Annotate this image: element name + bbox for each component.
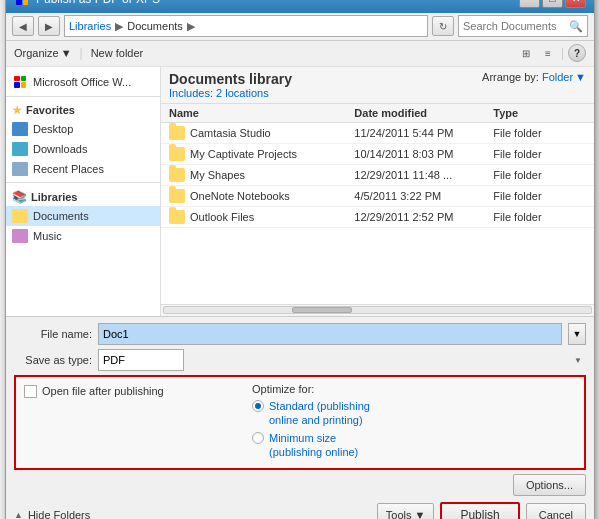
minimize-button[interactable]: ─ bbox=[519, 0, 540, 8]
sidebar-documents-label: Documents bbox=[33, 210, 89, 222]
arrange-arrow-icon: ▼ bbox=[575, 71, 586, 83]
optimize-label: Optimize for: bbox=[252, 383, 576, 395]
file-name-row: File name: ▼ bbox=[14, 323, 586, 345]
breadcrumb-bar[interactable]: Libraries ▶ Documents ▶ bbox=[64, 15, 428, 37]
file-type-3: File folder bbox=[493, 190, 586, 202]
file-name-1: My Captivate Projects bbox=[169, 147, 354, 161]
file-row-4[interactable]: Outlook Files 12/29/2011 2:52 PM File fo… bbox=[161, 207, 594, 228]
footer-row: ▲ Hide Folders Tools ▼ Publish Cancel bbox=[14, 498, 586, 519]
sidebar-music-label: Music bbox=[33, 230, 62, 242]
tools-button[interactable]: Tools ▼ bbox=[377, 503, 435, 519]
sidebar-item-recent-places[interactable]: Recent Places bbox=[6, 159, 160, 179]
open-file-checkbox[interactable] bbox=[24, 385, 37, 398]
sidebar-desktop-label: Desktop bbox=[33, 123, 73, 135]
sidebar: Microsoft Office W... ★ Favorites Deskto… bbox=[6, 67, 161, 316]
search-icon: 🔍 bbox=[569, 20, 583, 33]
sidebar-item-music[interactable]: Music bbox=[6, 226, 160, 246]
file-pane-header: Documents library Includes: 2 locations … bbox=[161, 67, 594, 104]
file-table-header: Name Date modified Type bbox=[161, 104, 594, 123]
sidebar-recent-label: Recent Places bbox=[33, 163, 104, 175]
sidebar-favorites-header[interactable]: ★ Favorites bbox=[6, 100, 160, 119]
file-name-3: OneNote Notebooks bbox=[169, 189, 354, 203]
file-name-input[interactable] bbox=[98, 323, 562, 345]
scrollbar-thumb bbox=[292, 307, 352, 313]
search-input[interactable] bbox=[463, 20, 569, 32]
file-row-2[interactable]: My Shapes 12/29/2011 11:48 ... File fold… bbox=[161, 165, 594, 186]
footer-buttons: Tools ▼ Publish Cancel bbox=[377, 502, 586, 519]
publish-button[interactable]: Publish bbox=[440, 502, 519, 519]
sidebar-downloads-label: Downloads bbox=[33, 143, 87, 155]
file-row-0[interactable]: Camtasia Studio 11/24/2011 5:44 PM File … bbox=[161, 123, 594, 144]
file-name-dropdown-button[interactable]: ▼ bbox=[568, 323, 586, 345]
save-type-label: Save as type: bbox=[14, 354, 92, 366]
optimize-section: Optimize for: Standard (publishing onlin… bbox=[252, 383, 576, 462]
file-name-text-3: OneNote Notebooks bbox=[190, 190, 290, 202]
breadcrumb-item-documents[interactable]: Documents bbox=[127, 20, 183, 32]
title-text: Publish as PDF or XPS bbox=[36, 0, 160, 6]
back-button[interactable]: ◀ bbox=[12, 16, 34, 36]
organize-button[interactable]: Organize ▼ bbox=[14, 47, 72, 59]
new-folder-button[interactable]: New folder bbox=[91, 47, 144, 59]
main-content: Microsoft Office W... ★ Favorites Deskto… bbox=[6, 67, 594, 317]
file-row-3[interactable]: OneNote Notebooks 4/5/2011 3:22 PM File … bbox=[161, 186, 594, 207]
cancel-button[interactable]: Cancel bbox=[526, 503, 586, 519]
ms-office-icon bbox=[12, 74, 28, 90]
nav-toolbar: ◀ ▶ Libraries ▶ Documents ▶ ↻ 🔍 bbox=[6, 13, 594, 41]
tools-label: Tools bbox=[386, 509, 412, 519]
organize-arrow-icon: ▼ bbox=[61, 47, 72, 59]
view-list-button[interactable]: ≡ bbox=[539, 44, 557, 62]
arrange-label: Arrange by: bbox=[482, 71, 539, 83]
breadcrumb-separator: ▶ bbox=[115, 20, 123, 33]
folder-icon-3 bbox=[169, 189, 185, 203]
hide-folders-label: Hide Folders bbox=[28, 509, 90, 519]
col-name-header[interactable]: Name bbox=[169, 107, 354, 119]
search-box[interactable]: 🔍 bbox=[458, 15, 588, 37]
file-date-0: 11/24/2011 5:44 PM bbox=[354, 127, 493, 139]
hide-folders-button[interactable]: ▲ Hide Folders bbox=[14, 509, 90, 519]
maximize-button[interactable]: □ bbox=[542, 0, 563, 8]
sidebar-item-ms-office[interactable]: Microsoft Office W... bbox=[6, 71, 160, 93]
library-title: Documents library bbox=[169, 71, 292, 87]
radio-option-minimum[interactable]: Minimum size (publishing online) bbox=[252, 431, 576, 460]
save-type-select-wrapper: PDF XPS Document bbox=[98, 349, 586, 371]
arrange-value-button[interactable]: Folder ▼ bbox=[542, 71, 586, 83]
radio-standard[interactable] bbox=[252, 400, 264, 412]
sidebar-item-downloads[interactable]: Downloads bbox=[6, 139, 160, 159]
includes-text: Includes: bbox=[169, 87, 213, 99]
horizontal-scrollbar[interactable] bbox=[161, 304, 594, 316]
scrollbar-track bbox=[163, 306, 592, 314]
app-icon bbox=[14, 0, 30, 7]
file-date-1: 10/14/2011 8:03 PM bbox=[354, 148, 493, 160]
col-date-header[interactable]: Date modified bbox=[354, 107, 493, 119]
arrange-by: Arrange by: Folder ▼ bbox=[482, 71, 586, 83]
file-row-1[interactable]: My Captivate Projects 10/14/2011 8:03 PM… bbox=[161, 144, 594, 165]
sidebar-item-desktop[interactable]: Desktop bbox=[6, 119, 160, 139]
sidebar-item-documents[interactable]: Documents bbox=[6, 206, 160, 226]
radio-minimum[interactable] bbox=[252, 432, 264, 444]
radio-option-standard[interactable]: Standard (publishing online and printing… bbox=[252, 399, 576, 428]
favorites-label: Favorites bbox=[26, 104, 75, 116]
save-type-select[interactable]: PDF XPS Document bbox=[98, 349, 184, 371]
open-file-row: Open file after publishing bbox=[24, 383, 240, 398]
folder-icon-0 bbox=[169, 126, 185, 140]
refresh-button[interactable]: ↻ bbox=[432, 16, 454, 36]
forward-button[interactable]: ▶ bbox=[38, 16, 60, 36]
title-bar-left: Publish as PDF or XPS bbox=[14, 0, 160, 7]
radio-standard-label: Standard (publishing online and printing… bbox=[269, 399, 370, 428]
file-name-label: File name: bbox=[14, 328, 92, 340]
sidebar-libraries-header[interactable]: 📚 Libraries bbox=[6, 186, 160, 206]
file-date-4: 12/29/2011 2:52 PM bbox=[354, 211, 493, 223]
col-type-header[interactable]: Type bbox=[493, 107, 586, 119]
downloads-icon bbox=[12, 142, 28, 156]
libraries-icon: 📚 bbox=[12, 190, 27, 204]
breadcrumb-separator2: ▶ bbox=[187, 20, 195, 33]
file-table: Camtasia Studio 11/24/2011 5:44 PM File … bbox=[161, 123, 594, 304]
folder-icon-2 bbox=[169, 168, 185, 182]
organize-label: Organize bbox=[14, 47, 59, 59]
close-button[interactable]: ✕ bbox=[565, 0, 586, 8]
arrange-value: Folder bbox=[542, 71, 573, 83]
options-button[interactable]: Options... bbox=[513, 474, 586, 496]
view-toggle-button[interactable]: ⊞ bbox=[517, 44, 535, 62]
breadcrumb-item-libraries[interactable]: Libraries bbox=[69, 20, 111, 32]
help-button[interactable]: ? bbox=[568, 44, 586, 62]
